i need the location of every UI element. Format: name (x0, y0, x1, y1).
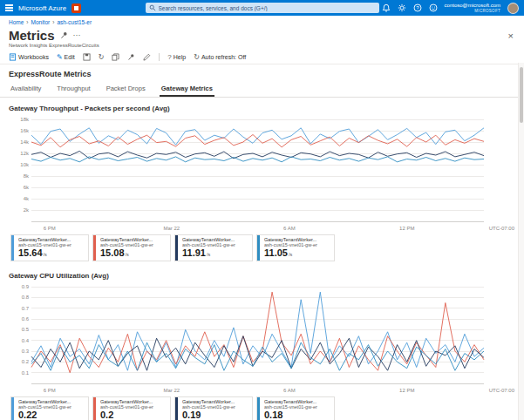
metric-legend-card[interactable]: GatewayTenantWorker... ash-cust15-vnet01… (92, 396, 171, 420)
account-email: contoso@microsoft.com (445, 3, 500, 9)
breadcrumb-resource[interactable]: ash-cust15-er (57, 19, 92, 25)
account-tenant: MICROSOFT (445, 9, 500, 13)
series-color-chip (11, 235, 14, 261)
y-tick-label: 0.4 (22, 337, 30, 342)
copy-button[interactable] (112, 53, 119, 61)
series-color-chip (257, 235, 260, 261)
metric-value: 11.91 (182, 247, 206, 258)
metric-value: 11.05 (264, 247, 288, 258)
settings-gear-icon[interactable] (398, 3, 406, 12)
metric-unit: /s (126, 252, 129, 257)
chevron-right-icon: › (26, 19, 28, 25)
series-color-chip (11, 397, 14, 420)
notifications-bell-icon[interactable] (382, 3, 391, 12)
pin-icon (127, 53, 135, 61)
breadcrumb-home[interactable]: Home (9, 19, 24, 25)
y-tick-label: 0.8 (22, 295, 30, 300)
y-tick-label: 0.6 (22, 316, 30, 322)
section-title: ExpressRoute Metrics (0, 64, 524, 81)
tab-throughput[interactable]: Throughput (55, 81, 92, 97)
feedback-smiley-icon[interactable] (429, 3, 438, 12)
page-header: Metrics ··· × (0, 27, 524, 43)
y-tick-label: 0.9 (22, 284, 30, 289)
metric-legend-card[interactable]: GatewayTenantWorker... ash-cust15-vnet01… (10, 396, 89, 420)
y-tick-label: 0.1 (22, 369, 30, 375)
breadcrumb: Home › Monitor › ash-cust15-er (0, 16, 524, 27)
metric-legend-card[interactable]: GatewayTenantWorker... ash-cust15-vnet01… (174, 396, 253, 420)
series-color-chip (93, 397, 96, 420)
search-icon (149, 4, 156, 11)
y-tick-label: 0.7 (22, 305, 30, 310)
series-line (31, 157, 484, 162)
metric-value: 0.2 (100, 410, 113, 420)
cpu-legend: GatewayTenantWorker... ash-cust15-vnet01… (10, 396, 515, 420)
page-title: Metrics (9, 28, 55, 43)
metric-unit: /s (44, 252, 47, 257)
edit-button[interactable]: ✎ Edit (57, 54, 75, 61)
metric-unit: /s (289, 252, 292, 257)
gateway-cpu-chart[interactable]: 0.90.80.70.60.50.40.30.20.16 PMMar 226 A… (9, 281, 515, 395)
refresh-button[interactable]: ↻ (99, 54, 105, 61)
close-icon[interactable]: × (507, 30, 515, 41)
metric-value: 0.22 (18, 410, 37, 420)
metric-value: 15.64 (18, 247, 43, 258)
charts-area: Gateway Throughput - Packets per second … (0, 98, 524, 420)
avatar[interactable] (507, 3, 519, 14)
auto-refresh-button[interactable]: ↻ Auto refresh: Off (194, 54, 246, 61)
workbooks-button[interactable]: Workbooks (9, 53, 49, 61)
global-search[interactable] (146, 3, 379, 13)
more-options-button[interactable]: ··· (73, 31, 81, 39)
brand-title: Microsoft Azure (18, 4, 66, 12)
hamburger-menu-icon[interactable] (5, 0, 13, 16)
y-tick-label: 0.2 (22, 359, 30, 364)
x-tick-label: 6 PM (44, 388, 56, 393)
series-color-chip (175, 397, 178, 420)
scrollbar-thumb[interactable] (520, 67, 523, 123)
search-input[interactable] (159, 5, 376, 11)
help-label: Help (174, 54, 186, 60)
metric-value: 15.08 (100, 247, 125, 258)
gateway-throughput-chart[interactable]: 18k16k14k12k10k8k6k4k2k6 PMMar 226 AM12 … (9, 114, 515, 233)
tab-gateway-metrics[interactable]: Gateway Metrics (160, 81, 214, 97)
help-button[interactable]: ? Help (167, 54, 186, 61)
vertical-scrollbar[interactable] (518, 63, 524, 420)
metric-unit: /s (207, 252, 210, 257)
y-tick-label: 8k (24, 173, 30, 179)
pin-chart-button[interactable] (127, 53, 135, 61)
auto-refresh-label: Auto refresh: Off (201, 54, 246, 60)
pin-icon[interactable] (60, 31, 68, 39)
help-question-icon[interactable]: ? (413, 3, 422, 12)
timezone-label: UTC-07:00 (489, 388, 515, 393)
save-button[interactable] (83, 53, 91, 61)
tab-packet-drops[interactable]: Packet Drops (105, 81, 147, 97)
brush-button[interactable] (143, 53, 151, 61)
metric-legend-card[interactable]: GatewayTenantWorker... ash-cust15-vnet01… (256, 234, 335, 261)
page-subtitle: Network Insights ExpressRouteCircuits (0, 43, 524, 48)
help-icon: ? (167, 54, 171, 61)
y-tick-label: 2k (24, 207, 30, 213)
y-tick-label: 14k (20, 139, 30, 145)
refresh-icon: ↻ (99, 54, 105, 61)
y-tick-label: 12k (20, 151, 30, 156)
y-tick-label: 16k (20, 128, 30, 133)
x-tick-label: 6 PM (44, 226, 56, 231)
x-tick-label: Mar 22 (164, 226, 180, 231)
metric-legend-card[interactable]: GatewayTenantWorker... ash-cust15-vnet01… (92, 234, 171, 261)
timezone-label: UTC-07:00 (489, 226, 515, 231)
metric-legend-card[interactable]: GatewayTenantWorker... ash-cust15-vnet01… (174, 234, 253, 261)
copy-icon (112, 53, 119, 61)
series-line (31, 135, 484, 147)
edit-label: Edit (65, 54, 75, 60)
series-line (31, 292, 484, 373)
edit-pencil-icon: ✎ (57, 54, 63, 61)
y-tick-label: 4k (24, 196, 30, 201)
metric-legend-card[interactable]: GatewayTenantWorker... ash-cust15-vnet01… (256, 396, 335, 420)
breadcrumb-monitor[interactable]: Monitor (31, 19, 51, 25)
azure-badge-icon[interactable] (71, 3, 81, 13)
account-info[interactable]: contoso@microsoft.com MICROSOFT (445, 3, 500, 13)
metric-legend-card[interactable]: GatewayTenantWorker... ash-cust15-vnet01… (10, 234, 89, 261)
series-color-chip (175, 235, 178, 261)
workbooks-label: Workbooks (18, 54, 49, 60)
metric-value: 0.19 (182, 410, 201, 420)
tab-availability[interactable]: Availability (9, 81, 43, 97)
